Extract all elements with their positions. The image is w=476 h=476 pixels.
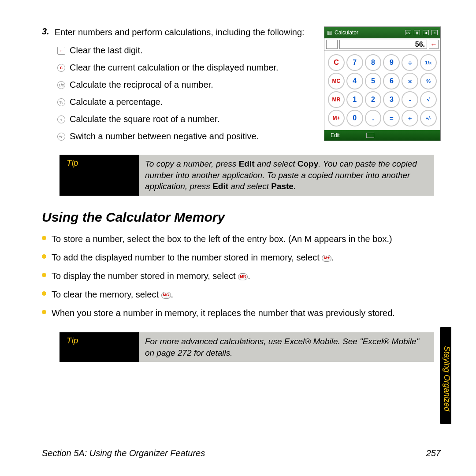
list-item: To add the displayed number to the numbe… [42,251,441,264]
section-heading: Using the Calculator Memory [42,210,441,225]
calc-key: = [383,110,400,126]
memory-bullet-list: To store a number, select the box to the… [42,233,441,319]
step-text: Enter numbers and perform calculations, … [55,26,305,38]
calc-key: 2 [365,91,382,108]
calc-key: - [402,91,418,108]
bullet-icon [42,236,46,240]
calc-key: MC [328,73,345,89]
keyboard-icon [366,133,374,138]
volume-icon: ◀ [423,30,429,35]
calc-key: + [402,110,418,126]
list-item: To store a number, select the box to the… [42,233,441,245]
function-icon: +/- [57,133,65,141]
calculator-screenshot: ▦ Calculator EV ▮ ◀ × 56. ← C789÷1/xMC45… [324,26,441,141]
calc-key: 5 [365,73,382,89]
calc-keypad: C789÷1/xMC456×%MR123-√M+0.=++/- [324,51,440,130]
signal-icon: ▮ [414,30,420,35]
calc-title: Calculator [335,30,358,36]
calc-key: × [402,73,418,89]
tip-box-1: Tip To copy a number, press Edit and sel… [60,155,434,196]
calc-key: 7 [346,54,363,71]
tip-label: Tip [60,155,139,196]
step-number: 3. [42,26,49,38]
tip-body: To copy a number, press Edit and select … [139,155,434,196]
list-item: To clear the memory, select MC. [42,288,441,301]
sub-item-text: Calculate a percentage. [70,97,163,107]
calc-key: +/- [420,110,437,126]
bullet-icon [42,291,46,296]
calc-memory-box [326,40,338,49]
calc-key: C [328,54,345,71]
function-icon: ← [57,47,65,55]
function-icon: % [57,98,65,106]
sub-item: cClear the current calculation or the di… [57,63,311,73]
sub-item: %Calculate a percentage. [57,97,311,107]
calc-key: MR [328,91,345,108]
footer-page: 257 [426,448,441,458]
list-item: When you store a number in memory, it re… [42,307,441,319]
bullet-icon [42,254,46,259]
list-item: To display the number stored in memory, … [42,270,441,282]
calc-key: M+ [328,110,345,126]
tip-box-2: Tip For more advanced calculations, use … [60,332,434,362]
status-icon: EV [405,30,411,35]
sub-item-text: Calculate the reciprocal of a number. [70,80,213,90]
calc-key: 4 [346,73,363,89]
calc-key: 8 [365,54,382,71]
function-icon: √ [57,115,65,123]
calc-display: 56. [339,40,427,49]
sub-item-text: Switch a number between negative and pos… [70,131,259,141]
calc-titlebar: ▦ Calculator EV ▮ ◀ × [324,27,440,38]
page-footer: Section 5A: Using the Organizer Features… [42,448,441,458]
side-tab: Staying Organized [440,327,451,424]
calc-key: . [365,110,382,126]
footer-section: Section 5A: Using the Organizer Features [42,448,205,458]
start-icon: ▦ [327,30,332,36]
calc-key: 6 [383,73,400,89]
calc-key: √ [420,91,437,108]
calc-key: 9 [383,54,400,71]
tip-label: Tip [60,332,139,362]
close-icon: × [431,30,438,35]
sub-item: +/-Switch a number between negative and … [57,131,311,141]
bullet-icon [42,310,46,314]
sub-item: ←Clear the last digit. [57,45,311,56]
calc-edit-menu: Edit [331,132,340,138]
sub-item-text: Clear the last digit. [70,45,143,56]
calc-key: 3 [383,91,400,108]
bullet-icon [42,273,46,277]
calc-key: 1/x [420,54,437,71]
calc-key: 0 [346,110,363,126]
calc-key: 1 [346,91,363,108]
sub-item-text: Clear the current calculation or the dis… [70,63,279,73]
sub-item: 1/xCalculate the reciprocal of a number. [57,80,311,90]
calc-bottombar: Edit [324,130,440,141]
tip-body: For more advanced calculations, use Exce… [139,332,434,362]
m-plus-icon: M+ [322,255,331,262]
sub-item-text: Calculate the square root of a number. [70,114,219,124]
calc-key: ÷ [402,54,418,71]
calc-backspace: ← [429,40,439,49]
calc-key: % [420,73,437,89]
function-icon: c [57,64,65,72]
function-icon: 1/x [57,81,65,89]
mr-icon: MR [238,273,248,280]
mc-icon: MC [161,292,171,299]
sub-item: √Calculate the square root of a number. [57,114,311,124]
